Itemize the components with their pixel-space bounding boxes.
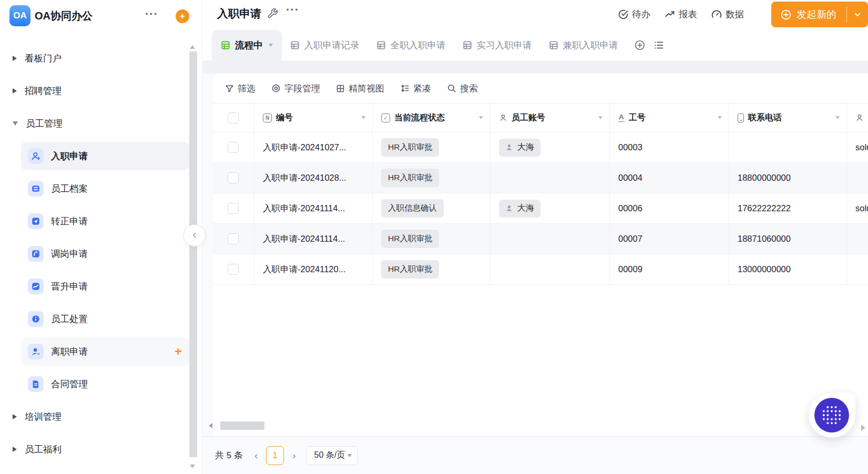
page-size-select[interactable]: 50 条/页 (307, 446, 358, 465)
tab-in-process[interactable]: 流程中 (212, 30, 282, 60)
table-row[interactable]: 入职申请-20241027... HR入职审批 大海 00003 solu (213, 132, 868, 163)
cell-phone: 18871060000 (729, 224, 847, 254)
add-record-icon[interactable]: + (175, 345, 182, 358)
search-button[interactable]: 搜索 (447, 83, 478, 95)
tab-label: 兼职入职申请 (563, 39, 618, 51)
scroll-down-arrow-icon[interactable] (190, 465, 195, 468)
data-button[interactable]: 数据 (711, 8, 744, 20)
record-id[interactable]: 入职申请-20241114... (263, 233, 345, 245)
create-new-dropdown[interactable] (847, 11, 868, 19)
column-header-email[interactable] (847, 104, 868, 132)
sidebar-group-recruiting[interactable]: 招聘管理 (0, 75, 189, 107)
cell-email: solu (847, 193, 868, 223)
sidebar-collapse-button[interactable]: ‹ (183, 224, 206, 246)
sidebar-item-contracts[interactable]: 合同管理 (0, 368, 189, 400)
tab-parttime-onboarding[interactable]: 兼职入职申请 (540, 30, 627, 60)
topbar: 入职申请 ··· 待办 报表 (203, 0, 868, 60)
scroll-right-arrow-icon[interactable] (861, 425, 865, 431)
sidebar-item-transfer[interactable]: 调岗申请 (0, 238, 189, 270)
sidebar-more-icon[interactable]: ··· (145, 7, 158, 21)
sidebar-add-button[interactable]: + (176, 9, 189, 23)
cell-employee-no: 00003 (610, 132, 729, 162)
row-checkbox[interactable] (228, 233, 239, 244)
sidebar-group-label: 员工管理 (26, 117, 63, 130)
record-id[interactable]: 入职申请-20241114... (263, 203, 345, 214)
prev-page-button[interactable]: ‹ (254, 450, 258, 461)
person-add-icon (28, 148, 44, 164)
table-row[interactable]: 入职申请-20241120... HR入职审批 00009 1300000000… (213, 254, 868, 285)
filter-button[interactable]: 筛选 (225, 83, 256, 95)
row-checkbox[interactable] (228, 203, 239, 214)
chevron-down-icon[interactable] (598, 116, 603, 119)
row-checkbox[interactable] (228, 264, 239, 275)
column-header-phone[interactable]: 联系电话 (729, 104, 847, 132)
record-id[interactable]: 入职申请-20241028... (263, 172, 346, 184)
column-header-status[interactable]: ✓ 当前流程状态 (373, 104, 491, 132)
select-all-cell (213, 104, 254, 132)
sidebar-group-benefits[interactable]: 员工福利 (0, 433, 189, 466)
account-chip[interactable]: 大海 (499, 139, 540, 157)
chevron-down-icon[interactable] (835, 116, 840, 119)
toolbar-label: 精简视图 (349, 83, 384, 95)
wrench-icon[interactable] (267, 8, 278, 19)
sidebar-group-employee[interactable]: 员工管理 (0, 107, 189, 140)
toolbar-label: 搜索 (460, 83, 478, 95)
chevron-down-icon[interactable] (479, 116, 483, 119)
info-icon (28, 311, 44, 327)
sidebar-group-dashboard[interactable]: 看板门户 (0, 42, 189, 75)
account-name: 大海 (517, 203, 534, 214)
tab-onboarding-records[interactable]: 入职申请记录 (282, 30, 368, 60)
view-list-icon[interactable] (653, 39, 665, 51)
current-page-button[interactable]: 1 (266, 446, 284, 465)
select-all-checkbox[interactable] (228, 112, 239, 123)
table-toolbar: 筛选 字段管理 精简视图 (213, 74, 868, 103)
sidebar: OA OA协同办公 ··· + 看板门户 招聘管理 员工管理 (0, 0, 202, 474)
table-row[interactable]: 入职申请-20241028... HR入职审批 00004 1880000000… (213, 163, 868, 193)
chevron-right-icon (13, 447, 17, 452)
table-row[interactable]: 入职申请-20241114... HR入职审批 00007 1887106000… (213, 224, 868, 254)
chevron-down-icon[interactable] (361, 116, 365, 119)
add-view-icon[interactable] (634, 39, 646, 51)
chevron-down-icon[interactable] (718, 116, 722, 119)
cell-phone: 13000000000 (729, 254, 847, 284)
column-header-id[interactable]: N 编号 (254, 104, 373, 132)
sidebar-item-regularization[interactable]: 转正申请 (0, 205, 189, 238)
view-grid-icon (463, 40, 472, 50)
row-density-button[interactable]: 紧凑 (400, 83, 431, 95)
sidebar-item-employee-files[interactable]: 员工档案 (0, 172, 189, 205)
record-id[interactable]: 入职申请-20241120... (263, 264, 345, 275)
table-card: 筛选 字段管理 精简视图 (213, 74, 868, 436)
manage-fields-button[interactable]: 字段管理 (271, 83, 320, 95)
column-header-account[interactable]: 员工账号 (491, 104, 610, 132)
view-grid-icon (549, 40, 558, 50)
page-more-icon[interactable]: ··· (286, 3, 299, 17)
record-id[interactable]: 入职申请-20241027... (263, 142, 346, 153)
compact-view-button[interactable]: 精简视图 (336, 83, 384, 95)
account-chip[interactable]: 大海 (499, 200, 540, 218)
sidebar-group-training[interactable]: 培训管理 (0, 400, 189, 433)
tab-fulltime-onboarding[interactable]: 全职入职申请 (368, 30, 454, 60)
scroll-up-arrow-icon[interactable] (190, 45, 195, 49)
status-badge: 入职信息确认 (381, 199, 444, 218)
row-checkbox[interactable] (228, 172, 239, 183)
tab-intern-onboarding[interactable]: 实习入职申请 (454, 30, 540, 60)
cell-status: HR入职审批 (373, 254, 491, 284)
row-checkbox[interactable] (228, 142, 239, 153)
sidebar-item-disposition[interactable]: 员工处置 (0, 303, 189, 335)
report-button[interactable]: 报表 (665, 8, 697, 20)
sidebar-item-onboarding[interactable]: 入职申请 (0, 140, 189, 172)
assistant-button[interactable] (809, 393, 855, 438)
contract-icon (28, 376, 44, 392)
column-header-employee-no[interactable]: A 工号 (610, 104, 729, 132)
create-new-button[interactable]: 发起新的 (771, 2, 868, 27)
cell-account (491, 163, 610, 193)
table-row[interactable]: 入职申请-20241114... 入职信息确认 大海 00006 1762222… (213, 193, 868, 224)
todo-button[interactable]: 待办 (618, 8, 650, 20)
next-page-button[interactable]: › (292, 450, 295, 461)
sidebar-item-resignation[interactable]: 离职申请 + (0, 335, 189, 368)
scroll-left-arrow-icon[interactable] (209, 423, 212, 428)
horizontal-scrollbar (213, 420, 868, 431)
sidebar-scrollbar[interactable] (189, 51, 197, 457)
horizontal-scroll-thumb[interactable] (220, 421, 264, 430)
sidebar-item-promotion[interactable]: 晋升申请 (0, 270, 189, 303)
